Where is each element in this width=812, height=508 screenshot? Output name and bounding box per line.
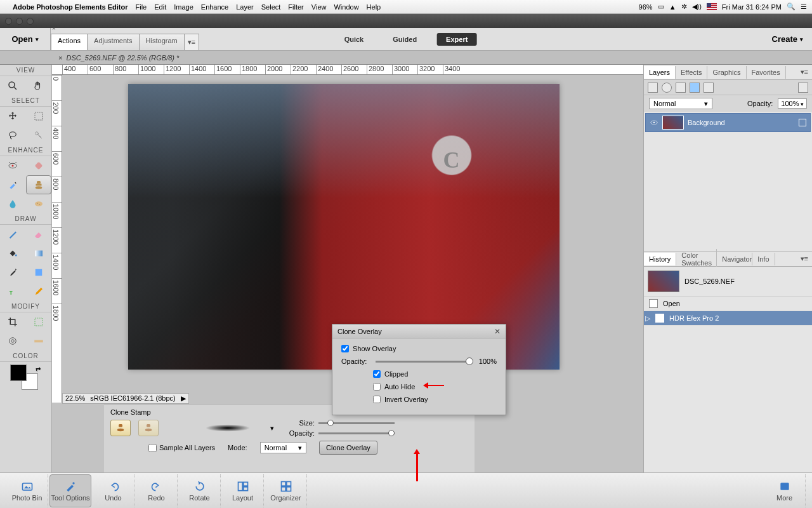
tab-close-icon[interactable]: ×	[52, 25, 56, 32]
minimize-window-icon[interactable]	[16, 18, 23, 25]
menu-extras-icon[interactable]: ☰	[801, 3, 807, 11]
hand-tool[interactable]	[26, 76, 52, 95]
delete-layer-icon[interactable]	[798, 83, 808, 93]
tab-graphics[interactable]: Graphics	[707, 66, 746, 79]
blend-mode-select[interactable]: Normal	[260, 442, 306, 453]
menu-view[interactable]: View	[311, 3, 327, 11]
menu-file[interactable]: File	[136, 3, 147, 11]
organizer-button[interactable]: Organizer	[265, 474, 307, 507]
mode-quick[interactable]: Quick	[336, 33, 373, 46]
sponge-tool[interactable]	[26, 194, 52, 213]
clone-overlay-button[interactable]: Clone Overlay	[319, 441, 377, 455]
mode-guided[interactable]: Guided	[384, 33, 426, 46]
layout-button[interactable]: Layout	[222, 474, 264, 507]
brush-tool[interactable]	[0, 225, 26, 244]
spot-heal-tool[interactable]	[26, 156, 52, 175]
marquee-tool[interactable]	[26, 107, 52, 126]
document-tab[interactable]: × DSC_5269.NEF @ 22.5% (RGB/8) *	[0, 51, 812, 65]
menu-help[interactable]: Help	[367, 3, 381, 11]
tab-actions[interactable]: Actions	[51, 34, 88, 50]
redo-button[interactable]: Redo	[136, 474, 178, 507]
layer-row[interactable]: Background	[645, 113, 811, 132]
type-tool[interactable]: T	[0, 282, 26, 301]
auto-hide-checkbox[interactable]	[373, 383, 381, 391]
layer-thumbnail[interactable]	[662, 116, 684, 130]
size-slider[interactable]	[318, 422, 395, 424]
layer-opacity-value[interactable]: 100%	[778, 98, 807, 109]
zoom-level[interactable]: 22.5%	[65, 394, 85, 403]
menu-edit[interactable]: Edit	[154, 3, 166, 11]
tab-history[interactable]: History	[644, 253, 676, 265]
redeye-tool[interactable]	[0, 156, 26, 175]
menu-window[interactable]: Window	[334, 3, 358, 11]
clone-stamp-icon[interactable]	[110, 420, 131, 436]
move-tool[interactable]	[0, 107, 26, 126]
swap-colors-icon[interactable]: ⇄	[36, 366, 41, 373]
tab-layers[interactable]: Layers	[644, 66, 676, 79]
brush-dropdown-icon[interactable]: ▾	[270, 424, 274, 432]
pencil-tool[interactable]	[26, 282, 52, 301]
foreground-color[interactable]	[10, 364, 27, 381]
tab-favorites[interactable]: Favorites	[747, 66, 786, 79]
menu-image[interactable]: Image	[174, 3, 193, 11]
tab-histogram[interactable]: Histogram	[139, 34, 185, 50]
close-icon[interactable]: ✕	[494, 327, 501, 336]
eject-icon[interactable]: ▲	[669, 3, 676, 11]
status-arrow-icon[interactable]: ▶	[181, 394, 186, 403]
tab-navigator[interactable]: Navigator	[717, 253, 752, 265]
clone-stamp-tool[interactable]	[26, 175, 52, 194]
mode-expert[interactable]: Expert	[437, 33, 476, 46]
create-button[interactable]: Create	[763, 34, 812, 44]
blur-tool[interactable]	[0, 194, 26, 213]
new-layer-icon[interactable]	[648, 83, 658, 93]
tab-swatches[interactable]: Color Swatches	[676, 249, 717, 269]
gradient-tool[interactable]	[26, 244, 52, 263]
color-swatches[interactable]: ⇄	[10, 364, 42, 390]
menu-filter[interactable]: Filter	[288, 3, 303, 11]
history-snapshot[interactable]: DSC_5269.NEF	[644, 267, 812, 297]
clipped-checkbox[interactable]	[373, 370, 381, 378]
shape-tool[interactable]	[26, 263, 52, 282]
recompose-tool[interactable]	[26, 312, 52, 331]
sample-all-checkbox[interactable]: Sample All Layers	[148, 444, 215, 452]
crop-tool[interactable]	[0, 312, 26, 331]
invert-overlay-checkbox[interactable]	[373, 396, 381, 403]
zoom-window-icon[interactable]	[27, 18, 34, 25]
opacity-slider[interactable]	[318, 432, 395, 434]
volume-icon[interactable]: ◀))	[692, 3, 702, 11]
app-name[interactable]: Adobe Photoshop Elements Editor	[13, 3, 128, 11]
spotlight-icon[interactable]: 🔍	[787, 3, 796, 11]
tool-options-button[interactable]: Tool Options	[49, 474, 91, 507]
smart-brush-tool[interactable]	[0, 175, 26, 194]
tab-adjustments[interactable]: Adjustments	[87, 34, 140, 50]
layer-mask-icon[interactable]	[676, 83, 686, 93]
brush-preview[interactable]	[193, 422, 263, 434]
link-layers-icon[interactable]	[704, 83, 714, 93]
layer-blend-select[interactable]: Normal	[649, 98, 712, 109]
tab-info[interactable]: Info	[752, 253, 775, 265]
dialog-titlebar[interactable]: Clone Overlay ✕	[332, 324, 506, 338]
doc-close-icon[interactable]: ×	[58, 54, 62, 62]
undo-button[interactable]: Undo	[93, 474, 134, 507]
cookie-cutter-tool[interactable]	[0, 331, 26, 351]
fill-tool[interactable]	[0, 244, 26, 263]
visibility-icon[interactable]	[650, 118, 658, 127]
pattern-stamp-icon[interactable]	[138, 420, 159, 436]
flag-icon[interactable]	[707, 3, 717, 10]
panel-menu-icon[interactable]: ▾≡	[797, 255, 812, 263]
history-item[interactable]: Open	[644, 297, 812, 311]
overlay-opacity-slider[interactable]	[376, 361, 470, 363]
close-window-icon[interactable]	[5, 18, 12, 25]
adjustment-layer-icon[interactable]	[662, 83, 672, 93]
zoom-tool[interactable]	[0, 76, 26, 95]
eraser-tool[interactable]	[26, 225, 52, 244]
menu-select[interactable]: Select	[261, 3, 281, 11]
straighten-tool[interactable]	[26, 331, 52, 351]
tab-menu-icon[interactable]: ▾≡	[184, 34, 199, 50]
lock-layer-icon[interactable]	[690, 83, 700, 93]
rotate-button[interactable]: Rotate	[179, 474, 221, 507]
panel-menu-icon[interactable]: ▾≡	[797, 68, 812, 76]
photo-bin-button[interactable]: Photo Bin	[6, 474, 48, 507]
bluetooth-icon[interactable]: ✲	[681, 3, 687, 11]
open-button[interactable]: Open	[0, 28, 51, 51]
